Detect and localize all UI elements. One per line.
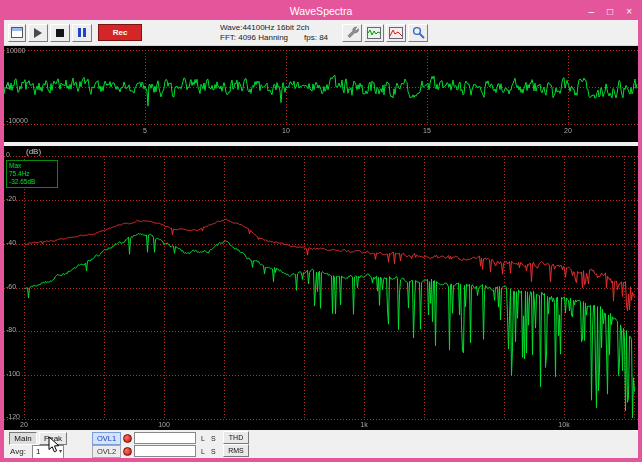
waveform-x-tick: 10 xyxy=(278,127,294,135)
close-button[interactable]: × xyxy=(626,4,632,20)
ovl2-led-icon xyxy=(123,447,132,456)
magnifier-icon xyxy=(412,26,425,39)
ovl2-value-input[interactable] xyxy=(134,445,196,457)
waveform-x-tick: 15 xyxy=(419,127,435,135)
pause-icon xyxy=(77,25,87,40)
rms-button[interactable]: RMS xyxy=(223,444,249,457)
rec-indicator: Rec xyxy=(98,24,142,41)
spectrum-y-tick: 0 xyxy=(6,151,10,159)
play-icon xyxy=(34,28,42,38)
max-readout-level: -32.65dB xyxy=(9,178,55,186)
stop-icon xyxy=(56,29,64,37)
max-readout-title: Max xyxy=(9,162,55,170)
spectrum-view-icon xyxy=(389,27,403,39)
thd-button[interactable]: THD xyxy=(223,431,249,444)
play-button[interactable] xyxy=(28,24,48,42)
waveform-plot[interactable] xyxy=(4,46,638,142)
spectrum-y-tick: -80 xyxy=(6,326,16,334)
ovl1-toggle[interactable]: OVL1 xyxy=(92,432,121,445)
spectrum-x-tick: 100 xyxy=(156,421,172,429)
window-title: WaveSpectra xyxy=(4,5,638,17)
avg-label: Avg: xyxy=(10,447,26,456)
waveform-view-button[interactable] xyxy=(364,24,384,42)
window-mode-icon xyxy=(11,27,23,38)
ovl1-s-button[interactable]: S xyxy=(211,435,216,442)
ovl2-toggle[interactable]: OVL2 xyxy=(92,445,121,458)
waveform-x-tick: 5 xyxy=(137,127,153,135)
app-window: WaveSpectra – □ × Rec Wave:44100Hz 16bit… xyxy=(0,0,642,462)
ovl2-l-button[interactable]: L xyxy=(201,448,205,455)
waveform-y-tick: -10000 xyxy=(6,117,28,125)
spectrum-y-tick: -40 xyxy=(6,239,16,247)
stop-button[interactable] xyxy=(50,24,70,42)
avg-value: 1 xyxy=(36,446,40,458)
spectrum-y-tick: -60 xyxy=(6,283,16,291)
fft-settings-text: FFT: 4096 Hanning xyxy=(220,33,288,42)
waveform-y-tick: 0 xyxy=(6,83,10,91)
db-axis-unit: (dB) xyxy=(26,147,41,156)
maximize-button[interactable]: □ xyxy=(607,4,613,20)
settings-button[interactable] xyxy=(342,24,362,42)
ovl1-led-icon xyxy=(123,434,132,443)
spectrum-y-tick: -20 xyxy=(6,195,16,203)
toolbar: Rec Wave:44100Hz 16bit 2ch FFT: 4096 Han… xyxy=(4,20,638,46)
ovl2-s-button[interactable]: S xyxy=(211,448,216,455)
spectrum-plot[interactable] xyxy=(4,146,638,430)
main-view-button[interactable]: Main xyxy=(9,432,37,445)
zoom-button[interactable] xyxy=(408,24,428,42)
spectrum-y-tick: -120 xyxy=(6,413,20,421)
wrench-icon xyxy=(346,26,359,39)
spectrum-panel: (dB) Max 75.4Hz -32.65dB 0 -20 -40 -60 -… xyxy=(4,146,638,430)
spectrum-x-tick: 1k xyxy=(356,421,372,429)
pause-button[interactable] xyxy=(72,24,92,42)
wave-format-text: Wave:44100Hz 16bit 2ch xyxy=(220,23,328,33)
waveform-panel: 10000 0 -10000 5 10 15 20 xyxy=(4,46,638,142)
window-controls: – □ × xyxy=(589,4,632,20)
spectrum-view-button[interactable] xyxy=(386,24,406,42)
titlebar[interactable]: WaveSpectra – □ × xyxy=(4,4,638,20)
fps-text: fps: 84 xyxy=(304,33,328,42)
spectrum-x-tick: 20 xyxy=(16,421,32,429)
ovl1-value-input[interactable] xyxy=(134,432,196,444)
waveform-y-tick: 10000 xyxy=(6,47,25,55)
ovl1-l-button[interactable]: L xyxy=(201,435,205,442)
waveform-x-tick: 20 xyxy=(560,127,576,135)
waveform-view-icon xyxy=(367,27,381,39)
spectrum-y-tick: -100 xyxy=(6,370,20,378)
spectrum-x-tick: 10k xyxy=(556,421,572,429)
window-mode-button[interactable] xyxy=(8,24,26,42)
max-readout-freq: 75.4Hz xyxy=(9,170,55,178)
format-info: Wave:44100Hz 16bit 2ch FFT: 4096 Hanning… xyxy=(220,23,328,42)
max-readout: Max 75.4Hz -32.65dB xyxy=(6,160,58,188)
minimize-button[interactable]: – xyxy=(589,4,595,20)
status-bar: Main Peak Avg: 1 ▾ OVL1 L S THD OVL2 L S… xyxy=(4,430,638,458)
mouse-cursor xyxy=(48,436,61,454)
rec-label: Rec xyxy=(113,28,128,37)
